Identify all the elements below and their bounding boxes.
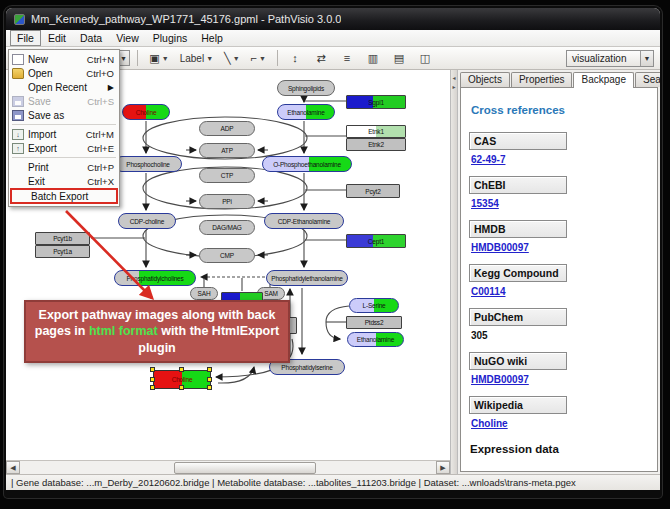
stack-rows-icon[interactable]: ≡	[337, 49, 357, 67]
collapse-left-icon[interactable]: ◂	[452, 74, 455, 81]
xref-link[interactable]: HMDB00097	[471, 374, 649, 385]
stack-columns-icon[interactable]: ▥	[363, 49, 383, 67]
align-distribute-icon[interactable]: ⇄	[311, 49, 331, 67]
xref-header: ChEBI	[469, 176, 567, 194]
selection-handle[interactable]	[150, 367, 155, 372]
pathway-node[interactable]: SAH	[190, 287, 218, 300]
common-height-icon[interactable]: ◫	[415, 49, 435, 67]
menu-item-save-as[interactable]: Save as	[9, 108, 119, 122]
selection-handle[interactable]	[207, 367, 212, 372]
selection-handle[interactable]	[207, 385, 212, 390]
import-icon: ↓	[12, 129, 24, 140]
selection-handle[interactable]	[179, 385, 184, 390]
line-tool-dropdown[interactable]: ╲▼	[220, 49, 244, 67]
pathway-node[interactable]: Phosphatidylcholines	[114, 270, 196, 286]
align-center-icon[interactable]: ↕	[285, 49, 305, 67]
scrollbar-thumb[interactable]	[174, 462, 316, 474]
horizontal-scrollbar[interactable]: ◀ ▶	[6, 460, 450, 474]
toolbar-separator	[277, 50, 278, 66]
connector-tool-dropdown[interactable]: ⌐▼	[247, 49, 270, 67]
menu-item-exit[interactable]: ExitCtrl+X	[9, 174, 119, 188]
annotation-highlight: html format	[89, 324, 158, 338]
collapse-right-icon[interactable]: ▸	[452, 83, 455, 90]
selection-handle[interactable]	[150, 377, 155, 382]
pathway-node[interactable]: O-Phosphoethanolamine	[262, 156, 352, 172]
visualization-combobox[interactable]: visualization ▼	[566, 50, 654, 67]
pathvisio-window: Mm_Kennedy_pathway_WP1771_45176.gpml - P…	[4, 6, 662, 498]
menubar-item-help[interactable]: Help	[194, 30, 230, 46]
pathway-node[interactable]: Phosphocholine	[114, 156, 182, 172]
pathway-node[interactable]: Etnk2	[346, 138, 406, 151]
pathway-node[interactable]: Pcyt1b	[35, 232, 90, 245]
menu-item-print[interactable]: PrintCtrl+P	[9, 160, 119, 174]
pathway-node[interactable]: ATP	[199, 143, 255, 158]
pathway-node[interactable]: Sgpl1	[346, 95, 406, 109]
selection-handle[interactable]	[207, 377, 212, 382]
xref-link[interactable]: 15354	[471, 198, 649, 209]
chevron-down-icon[interactable]: ▼	[640, 51, 653, 66]
xref-link[interactable]: C00114	[471, 286, 649, 297]
menu-separator	[12, 124, 116, 125]
menubar-item-edit[interactable]: Edit	[41, 30, 73, 46]
window-title: Mm_Kennedy_pathway_WP1771_45176.gpml - P…	[31, 13, 341, 25]
selection-handle[interactable]	[150, 385, 155, 390]
tab-search[interactable]: Search	[635, 72, 660, 87]
menubar-item-file[interactable]: File	[10, 30, 41, 46]
status-text: | Gene database: ...m_Derby_20120602.bri…	[11, 477, 576, 488]
xref-link[interactable]: HMDB00097	[471, 242, 649, 253]
pathway-node[interactable]: CMP	[199, 248, 255, 263]
pathway-node[interactable]: Ethanolamine	[277, 104, 335, 120]
tab-properties[interactable]: Properties	[511, 72, 573, 87]
menu-item-batch-export[interactable]: Batch Export	[10, 188, 118, 204]
pathway-node[interactable]: Pcyt1a	[35, 245, 90, 258]
xref-section: PubChem305	[469, 308, 649, 341]
menu-item-import[interactable]: ↓ImportCtrl+M	[9, 127, 119, 141]
pathway-node[interactable]: Choline	[122, 104, 170, 120]
selection-handle[interactable]	[179, 367, 184, 372]
scroll-right-icon[interactable]: ▶	[436, 461, 450, 474]
title-bar[interactable]: Mm_Kennedy_pathway_WP1771_45176.gpml - P…	[6, 8, 660, 30]
xref-link[interactable]: 62-49-7	[471, 154, 649, 165]
tab-backpage[interactable]: Backpage	[573, 72, 633, 88]
menu-item-open[interactable]: OpenCtrl+O	[9, 66, 119, 80]
pathway-node[interactable]: Ptdss2	[346, 316, 402, 329]
xref-section: HMDBHMDB00097	[469, 220, 649, 253]
file-menu: NewCtrl+NOpenCtrl+OOpen Recent▶SaveCtrl+…	[8, 49, 120, 207]
menu-item-open-recent[interactable]: Open Recent▶	[9, 80, 119, 94]
menubar-item-plugins[interactable]: Plugins	[146, 30, 194, 46]
xref-header: NuGO wiki	[469, 352, 567, 370]
backpage-content: Cross references CAS62-49-7ChEBI15354HMD…	[460, 87, 658, 472]
datanode-tool-dropdown[interactable]: ▣▼	[145, 49, 172, 67]
pathway-node[interactable]: CDP-choline	[118, 213, 176, 229]
menubar-item-view[interactable]: View	[109, 30, 146, 46]
menu-item-save[interactable]: SaveCtrl+S	[9, 94, 119, 108]
pathway-node[interactable]: Sphingolipids	[277, 80, 335, 96]
xref-section: NuGO wikiHMDB00097	[469, 352, 649, 385]
panel-splitter[interactable]: ◂ ▸	[450, 70, 458, 474]
pathway-node[interactable]: Cept1	[346, 234, 406, 248]
pathway-node[interactable]: CTP	[199, 168, 255, 183]
pathway-node[interactable]: CDP-Ethanolamine	[264, 213, 344, 229]
pathway-node[interactable]: L-Serine	[349, 298, 399, 313]
export-icon: ↑	[12, 143, 24, 154]
xref-header: Wikipedia	[469, 396, 567, 414]
menubar-item-data[interactable]: Data	[73, 30, 109, 46]
annotation-text: with the HtmlExport plugin	[138, 324, 279, 354]
pathway-node[interactable]: PPi	[199, 194, 255, 209]
pathway-node[interactable]: Ethanolamine	[347, 332, 404, 347]
tab-objects[interactable]: Objects	[460, 72, 510, 87]
scroll-left-icon[interactable]: ◀	[6, 461, 20, 474]
pathway-node[interactable]: Etnk1	[346, 125, 406, 138]
menu-item-export[interactable]: ↑ExportCtrl+E	[9, 141, 119, 155]
label-tool-dropdown[interactable]: Label▼	[176, 49, 217, 67]
xref-value: 305	[471, 330, 649, 341]
pathway-node[interactable]: DAG/MAG	[199, 220, 255, 235]
pathway-node[interactable]: ADP	[199, 121, 255, 136]
xref-section: Kegg CompoundC00114	[469, 264, 649, 297]
menu-item-new[interactable]: NewCtrl+N	[9, 52, 119, 66]
common-width-icon[interactable]: ▤	[389, 49, 409, 67]
pathway-node[interactable]: Pcyt2	[346, 184, 400, 198]
xref-link[interactable]: Choline	[471, 418, 649, 429]
expression-data-heading: Expression data	[470, 443, 649, 455]
pathway-node[interactable]: Phosphatidylethanolamine	[266, 270, 348, 286]
